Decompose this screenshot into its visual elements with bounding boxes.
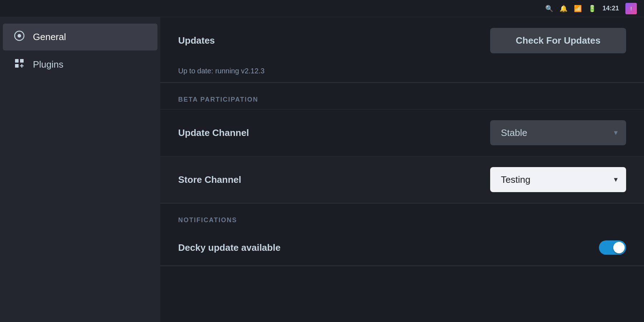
plugins-icon [13,58,26,72]
store-channel-row: Store Channel Stable Testing ▼ [160,156,644,203]
wifi-icon: 📶 [574,5,582,13]
bell-icon[interactable]: 🔔 [560,5,567,13]
toggle-thumb [613,242,625,253]
sidebar-item-plugins-label: Plugins [33,59,63,70]
general-icon [13,30,26,44]
svg-rect-2 [15,59,19,63]
notifications-heading: NOTIFICATIONS [160,203,644,230]
sidebar-item-general[interactable]: General [3,24,157,50]
store-channel-label: Store Channel [178,174,241,185]
top-bar: 🔍 🔔 📶 🔋 14:21 ! [0,0,644,17]
beta-section-heading: BETA PARTICIPATION [160,83,644,109]
svg-point-1 [18,34,21,38]
sidebar-item-plugins[interactable]: Plugins [3,51,157,78]
update-channel-row: Update Channel Stable Testing ▼ [160,109,644,156]
sidebar: General Plugins [0,17,160,322]
update-channel-label: Update Channel [178,127,249,138]
clock-display: 14:21 [602,5,619,12]
updates-section: Updates Check For Updates Up to date: ru… [160,17,644,83]
decky-update-row: Decky update available [160,230,644,266]
decky-update-toggle[interactable] [599,240,626,255]
toggle-track[interactable] [599,240,626,255]
store-channel-select[interactable]: Stable Testing [490,167,626,192]
check-updates-button[interactable]: Check For Updates [490,28,626,53]
sidebar-item-general-label: General [33,31,66,43]
content-area: Updates Check For Updates Up to date: ru… [160,17,644,322]
store-channel-dropdown-wrapper: Stable Testing ▼ [490,167,626,192]
update-channel-dropdown-wrapper: Stable Testing ▼ [490,120,626,145]
search-icon[interactable]: 🔍 [545,5,553,13]
decky-update-label: Decky update available [178,242,280,253]
beta-section: BETA PARTICIPATION Update Channel Stable… [160,83,644,203]
svg-rect-3 [20,59,24,63]
updates-label: Updates [178,35,215,46]
main-layout: General Plugins Updates Check For Update… [0,17,644,322]
updates-row: Updates Check For Updates [160,17,644,64]
update-channel-select[interactable]: Stable Testing [490,120,626,145]
notifications-section: NOTIFICATIONS Decky update available [160,203,644,266]
svg-rect-4 [15,64,19,68]
battery-icon: 🔋 [588,5,596,13]
update-status-text: Up to date: running v2.12.3 [160,67,644,82]
user-avatar[interactable]: ! [625,3,637,14]
